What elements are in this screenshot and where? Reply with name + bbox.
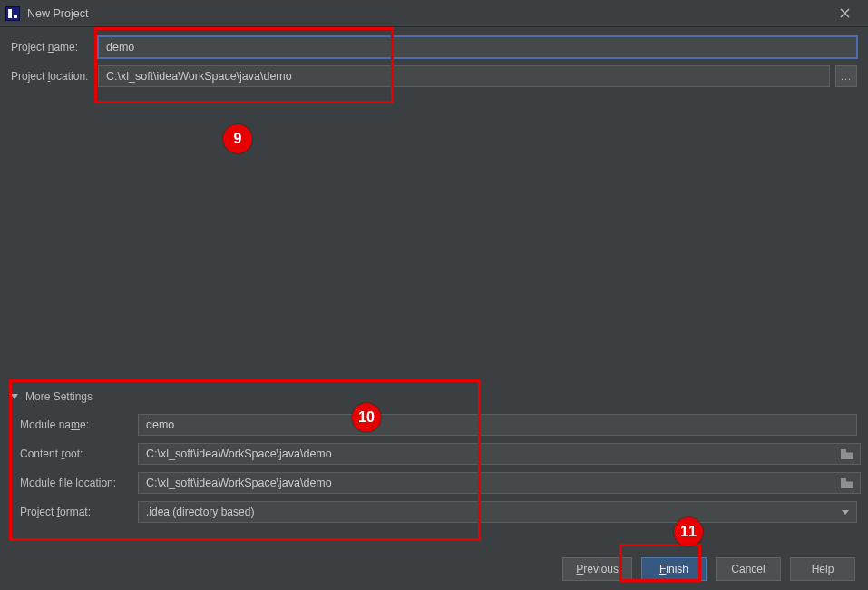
module-name-input[interactable] (138, 414, 857, 436)
more-settings-label: More Settings (25, 390, 93, 403)
more-settings-toggle[interactable]: More Settings (11, 390, 857, 403)
content-root-label: Content root: (20, 447, 138, 460)
module-name-row: Module name: (20, 414, 857, 436)
project-location-label: Project location: (11, 70, 98, 83)
svg-rect-1 (14, 15, 17, 18)
annotation-badge-9: 9 (223, 124, 252, 153)
help-button[interactable]: Help (790, 557, 855, 581)
dialog-button-bar: Previous Finish Cancel Help (562, 557, 855, 581)
browse-location-button[interactable]: ... (835, 65, 857, 87)
content-root-input[interactable] (138, 443, 861, 465)
project-name-label: Project name: (11, 41, 98, 54)
previous-button[interactable]: Previous (562, 557, 632, 581)
app-icon (5, 6, 20, 21)
content-root-row: Content root: (20, 443, 857, 465)
project-name-row: Project name: (11, 36, 857, 58)
svg-rect-0 (8, 9, 12, 18)
title-bar: New Project (0, 0, 868, 27)
project-location-input[interactable] (98, 65, 830, 87)
finish-button[interactable]: Finish (641, 557, 707, 581)
project-format-label: Project format: (20, 506, 138, 518)
module-file-location-input[interactable] (138, 472, 861, 494)
more-settings-body: Module name: Content root: Module file l… (11, 414, 857, 523)
project-format-select[interactable]: .idea (directory based) (138, 501, 857, 523)
more-settings-section: More Settings Module name: Content root:… (11, 390, 857, 530)
module-file-location-label: Module file location: (20, 477, 138, 489)
module-name-label: Module name: (20, 418, 138, 431)
window-title: New Project (27, 7, 826, 20)
chevron-down-icon (11, 394, 18, 399)
project-basic-fields: Project name: Project location: ... (0, 27, 868, 87)
project-location-row: Project location: ... (11, 65, 857, 87)
project-format-value: .idea (directory based) (146, 506, 254, 518)
cancel-button[interactable]: Cancel (716, 557, 781, 581)
module-file-location-row: Module file location: (20, 472, 857, 494)
project-name-input[interactable] (98, 36, 857, 58)
chevron-down-icon (842, 510, 849, 515)
close-button[interactable] (826, 1, 863, 26)
project-format-row: Project format: .idea (directory based) (20, 501, 857, 523)
